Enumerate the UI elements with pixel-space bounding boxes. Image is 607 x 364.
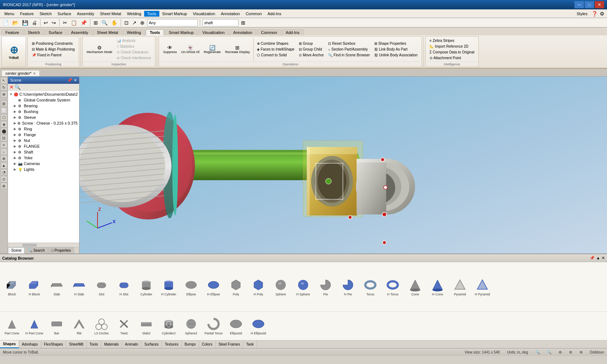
zoom-out-icon[interactable]: 🔍 xyxy=(535,350,540,354)
cat-tab-steelframes[interactable]: Steel Frames xyxy=(216,341,243,348)
tab-visualization[interactable]: Visualization xyxy=(198,29,229,35)
tool-m[interactable]: ⊕ xyxy=(1,183,7,189)
tree-item-bearing[interactable]: ▶ ⚙ Bearing xyxy=(9,103,78,109)
cat-tab-bumps[interactable]: Bumps xyxy=(182,341,199,348)
menu-item-welding[interactable]: Welding xyxy=(124,11,144,17)
menu-item-tools[interactable]: Tools xyxy=(144,11,159,17)
tree-item-screw[interactable]: ▶ ⚙ Screw : Cheese - 0.216 x 0.375 xyxy=(9,120,78,126)
scene-tree-hscrollbar[interactable] xyxy=(8,243,79,247)
scene-tab-properties[interactable]: □ Properties xyxy=(48,247,74,254)
analysis-button[interactable]: 📊 Analysis xyxy=(115,38,137,43)
tree-item-flange1[interactable]: ▶ ⚙ Flange xyxy=(9,132,78,138)
menu-item-styles[interactable]: Styles xyxy=(574,11,590,17)
catalog-close-icon[interactable]: ✕ xyxy=(602,256,605,260)
minimize-button[interactable]: ─ xyxy=(574,1,584,8)
cat-tab-textures[interactable]: Textures xyxy=(162,341,182,348)
zoom-tool[interactable]: ⊕ xyxy=(1,91,7,98)
reset-sizebox-button[interactable]: ⊡ Reset Sizebox xyxy=(326,41,357,46)
shape-bar[interactable]: Bar xyxy=(48,317,66,335)
mechanism-mode-button[interactable]: ⚙ Mechanism Mode xyxy=(85,44,114,55)
tree-item-lights[interactable]: ▶ 💡 Lights xyxy=(9,166,78,172)
tree-item-flange2[interactable]: ▶ ⚙ FLANGE xyxy=(9,143,78,149)
shape-hslot[interactable]: H Slot xyxy=(115,278,133,296)
shape-slab2[interactable]: Slab2 xyxy=(137,317,155,335)
check-interference-button[interactable]: ⊘ Check Interference xyxy=(115,55,153,61)
scene-tab-search[interactable]: 🔍 Search xyxy=(25,247,48,254)
recreate-button[interactable]: ⊞ Recreate Display xyxy=(223,44,252,55)
shape-properties-button[interactable]: ⊞ Shape Properties xyxy=(373,41,408,46)
tree-expand-flange1[interactable]: ▶ xyxy=(14,133,18,136)
tree-item-nut[interactable]: ▶ ⚙ Nut xyxy=(9,138,78,143)
tree-expand-lights[interactable]: ▶ xyxy=(14,168,18,171)
shape-hpie[interactable]: H Pie xyxy=(339,278,357,296)
menu-item-menu[interactable]: Menu xyxy=(1,11,17,17)
zoom-ext-icon[interactable]: ⊞ xyxy=(92,19,99,26)
cat-tab-surfaces[interactable]: Surfaces xyxy=(141,341,162,348)
tree-expand-bearing[interactable]: ▶ xyxy=(14,104,18,108)
tree-expand-ring[interactable]: ▶ xyxy=(14,127,18,131)
tree-expand-yoke[interactable]: ▶ xyxy=(14,156,18,160)
cut-icon[interactable]: ✂ xyxy=(62,19,68,26)
pan-icon[interactable]: ✋ xyxy=(110,19,119,26)
delete-icon[interactable]: ✕ xyxy=(9,84,14,90)
close-button[interactable]: ✕ xyxy=(595,1,604,8)
shape-l3circles[interactable]: L3 Circles xyxy=(92,317,111,335)
tool-g[interactable]: ≡ xyxy=(1,142,7,148)
paste-icon[interactable]: 📌 xyxy=(79,19,88,26)
shape-hslab[interactable]: H Slab xyxy=(70,278,88,296)
tree-expand-nut[interactable]: ▶ xyxy=(14,139,18,142)
cat-tab-tools[interactable]: Tools xyxy=(87,341,101,348)
scene-panel-close-icon[interactable]: ✕ xyxy=(74,78,77,83)
menu-item-sheetmetal[interactable]: Sheet Metal xyxy=(97,11,124,17)
filter-icon[interactable]: 🔍 xyxy=(14,84,21,90)
shape-block[interactable]: Block xyxy=(3,278,21,296)
shape-ellipsoid[interactable]: Ellipsoid xyxy=(227,317,245,335)
tool-e[interactable]: ⬤ xyxy=(1,128,7,134)
shape-poly[interactable]: Poly xyxy=(227,278,245,296)
crosshair-icon[interactable]: ⊕ xyxy=(139,19,146,26)
shape-hcylinder[interactable]: H Cylinder xyxy=(160,278,178,296)
shape-twist[interactable]: Twist xyxy=(115,317,133,335)
shape-partcone[interactable]: Part Cone xyxy=(3,317,21,335)
redo-icon[interactable]: ↪ xyxy=(51,19,57,26)
status-icon-1[interactable]: ⚙ xyxy=(559,350,562,354)
tool-b[interactable]: ⬜ xyxy=(1,107,7,114)
menu-item-annotation[interactable]: Annotation xyxy=(218,11,243,17)
tree-item-gcs[interactable]: ⊕ Global Coordinate System xyxy=(9,97,78,103)
maximize-button[interactable]: □ xyxy=(585,1,594,8)
tree-expand-shaft[interactable]: ▶ xyxy=(14,150,18,154)
convert-solid-button[interactable]: ⬡ Convert to Solid xyxy=(255,52,289,58)
select-tool[interactable]: ↖ xyxy=(1,77,7,84)
menu-item-smartmarkup[interactable]: Smart Markup xyxy=(159,11,190,17)
compose-data-button[interactable]: Σ Compose Data to Original xyxy=(428,49,476,55)
shape-slab[interactable]: Slab xyxy=(48,278,66,296)
group-button[interactable]: ⊞ Group xyxy=(297,41,315,46)
mate-align-button[interactable]: ⊟ Mate & Align Positioning xyxy=(30,47,77,52)
combine-shapes-button[interactable]: ⊕ Combine Shapes xyxy=(255,41,290,46)
doc-tab-close-button[interactable]: ✕ xyxy=(33,72,36,75)
shape-partialtorus[interactable]: Partial Torus xyxy=(205,317,223,335)
feature-search-go-icon[interactable]: ⊞ xyxy=(240,19,246,26)
shape-hcone[interactable]: H Cone xyxy=(429,278,447,296)
group-child-button[interactable]: ⊟ Group Child xyxy=(297,47,324,52)
shape-hsphere[interactable]: H Sphere xyxy=(294,278,312,296)
new-icon[interactable]: 📄 xyxy=(1,19,10,26)
tool-i[interactable]: ⊗ xyxy=(1,155,7,162)
arrow-icon[interactable]: ↗ xyxy=(131,19,138,26)
menu-item-sketch[interactable]: Sketch xyxy=(36,11,55,17)
status-icon-3[interactable]: ⚙ xyxy=(580,350,583,354)
tool-a[interactable]: ⊞ xyxy=(1,100,7,107)
tree-expand-root[interactable]: ▼ xyxy=(9,92,14,96)
attachment-point-button[interactable]: ⊙ Attachment Point xyxy=(428,55,463,61)
cat-tab-animatn[interactable]: Animatn xyxy=(122,341,142,348)
shape-hpoly[interactable]: H Poly xyxy=(249,278,267,296)
fixed-in-parent-button[interactable]: 📌 Fixed in Parent xyxy=(30,52,63,58)
tree-item-cameras[interactable]: ▶ 📷 Cameras xyxy=(9,161,78,166)
status-icon-2[interactable]: ⚙ xyxy=(569,350,572,354)
cat-tab-advshaps[interactable]: Advshaps xyxy=(19,341,41,348)
rotate-tool[interactable]: ↻ xyxy=(1,84,7,91)
help-icon[interactable]: ❓ xyxy=(590,10,599,17)
tree-expand-bushing[interactable]: ▶ xyxy=(14,110,18,113)
menu-item-surface[interactable]: Surface xyxy=(55,11,74,17)
tab-addins[interactable]: Add-Ins xyxy=(282,29,304,35)
